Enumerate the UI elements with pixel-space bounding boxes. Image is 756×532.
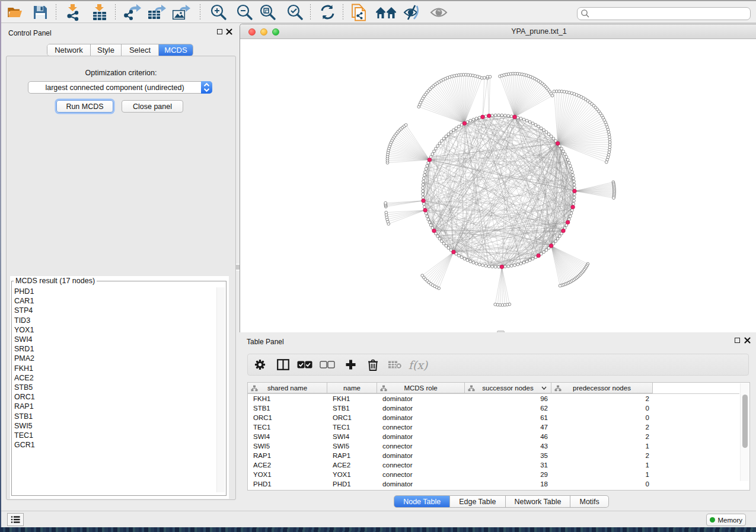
network-graph-canvas[interactable] [240,40,756,332]
mcds-result-item[interactable]: GCR1 [14,440,216,450]
column-header-MCDS-role[interactable]: MCDS role [377,383,465,393]
memory-label: Memory [717,517,742,524]
table-row[interactable]: ACE2ACE2connector311 [248,460,740,470]
table-row[interactable]: SWI5SWI5connector431 [248,441,740,451]
mcds-result-item[interactable]: SWI4 [14,335,216,344]
tab-edge-table[interactable]: Edge Table [450,495,505,508]
mcds-result-item[interactable]: TID3 [14,316,216,325]
table-cell: 2 [551,424,653,431]
first-neighbors-icon[interactable] [375,1,397,23]
function-builder-icon: f(x) [406,358,430,371]
show-all-icon [429,1,448,23]
zoom-out-icon[interactable] [235,1,254,23]
mcds-result-item[interactable]: ORC1 [14,392,216,402]
close-panel-icon[interactable] [226,28,232,35]
hide-selected-icon[interactable] [403,1,422,23]
table-cell: dominator [377,395,465,402]
optimization-criterion-select[interactable]: largest connected component (undirected) [28,81,212,94]
delete-column-icon[interactable] [362,359,384,371]
column-header-predecessor-nodes[interactable]: predecessor nodes [551,383,653,393]
table-cell: RAP1 [248,452,327,459]
open-folder-icon[interactable] [6,1,24,23]
add-column-icon[interactable] [339,359,362,370]
mcds-result-item[interactable]: PHD1 [14,287,216,296]
table-row[interactable]: FKH1FKH1dominator962 [248,394,740,403]
table-cell: 46 [465,433,551,440]
search-input[interactable] [577,7,751,20]
select-all-icon[interactable] [294,361,315,368]
table-row[interactable]: TEC1TEC1connector472 [248,422,740,432]
close-panel-button[interactable]: Close panel [122,100,183,113]
export-network-icon[interactable] [123,1,143,23]
mcds-result-item[interactable]: SWI5 [14,421,216,431]
network-window-titlebar[interactable]: YPA_prune.txt_1 [240,24,756,39]
table-cell: 2 [551,395,653,402]
tab-style[interactable]: Style [91,44,122,56]
table-row[interactable]: SWI4SWI4dominator462 [248,432,740,441]
mcds-result-item[interactable]: FKH1 [14,364,216,373]
table-settings-icon[interactable] [248,359,272,370]
table-cell: 2 [551,433,653,440]
run-mcds-button[interactable]: Run MCDS [56,100,113,113]
mcds-result-item[interactable]: ACE2 [14,373,216,383]
deselect-all-icon[interactable] [315,361,339,368]
zoom-selected-icon[interactable] [285,1,304,23]
memory-button[interactable]: Memory [706,514,746,526]
table-cell: STB1 [327,405,377,412]
table-cell: SWI4 [327,433,377,440]
table-cell: dominator [377,405,465,412]
table-scrollbar[interactable] [740,383,749,481]
close-panel-icon[interactable] [744,337,751,344]
mcds-result-fieldset: MCDS result (17 nodes) PHD1CAR1STP4TID3Y… [11,281,227,496]
tab-mcds[interactable]: MCDS [159,44,193,56]
float-window-icon[interactable] [217,29,222,34]
zoom-in-icon[interactable] [209,1,228,23]
mcds-result-item[interactable]: STB5 [14,383,216,392]
table-cell: dominator [377,452,465,459]
table-cell: 35 [465,452,551,459]
export-table-icon[interactable] [146,1,167,23]
toolbar-separator [56,4,56,21]
vertical-splitter-handle[interactable] [236,264,240,271]
mcds-result-item[interactable]: STB1 [14,412,216,421]
mcds-list-scrollbar[interactable] [216,287,225,492]
column-header-name[interactable]: name [327,383,377,393]
table-row[interactable]: YOX1YOX1connector291 [248,470,740,479]
tab-motifs[interactable]: Motifs [570,495,608,508]
export-image-icon[interactable] [171,1,191,23]
table-cell: 1 [551,462,653,469]
table-row[interactable]: STB1STB1dominator620 [248,403,740,413]
tab-select[interactable]: Select [122,44,159,56]
mcds-result-item[interactable]: CAR1 [14,296,216,306]
column-header-successor-nodes[interactable]: successor nodes [465,383,551,393]
mcds-result-item[interactable]: SRD1 [14,344,216,354]
desktop-edge-left [0,0,1,527]
tab-node-table[interactable]: Node Table [394,495,450,508]
float-window-icon[interactable] [735,338,740,343]
mcds-result-item[interactable]: YOX1 [14,325,216,335]
import-network-icon[interactable] [64,1,82,23]
split-panel-icon[interactable] [272,359,294,370]
tab-network[interactable]: Network [47,44,91,56]
table-cell: ACE2 [248,462,327,469]
mcds-result-item[interactable]: STP4 [14,306,216,315]
refresh-icon[interactable] [318,1,336,23]
save-icon[interactable] [31,1,49,23]
table-row[interactable]: PHD1PHD1dominator180 [248,479,740,489]
tab-network-table[interactable]: Network Table [506,495,571,508]
table-row[interactable]: ORC1ORC1dominator610 [248,413,740,422]
zoom-fit-icon[interactable] [258,1,277,23]
mcds-result-item[interactable]: RAP1 [14,402,216,411]
sort-chevron-icon [541,386,547,390]
task-history-button[interactable] [7,513,24,526]
mcds-result-item[interactable]: PMA2 [14,354,216,363]
table-row[interactable]: RAP1RAP1dominator352 [248,451,740,460]
clone-network-icon[interactable] [350,1,368,23]
import-table-icon[interactable] [90,1,109,23]
scrollbar-thumb[interactable] [742,395,748,448]
table-panel: Table Panel [240,332,756,511]
table-cell: 1 [551,443,653,450]
column-header-shared-name[interactable]: shared name [248,383,327,393]
mcds-result-list[interactable]: PHD1CAR1STP4TID3YOX1SWI4SRD1PMA2FKH1ACE2… [14,287,216,450]
mcds-result-item[interactable]: TEC1 [14,431,216,440]
